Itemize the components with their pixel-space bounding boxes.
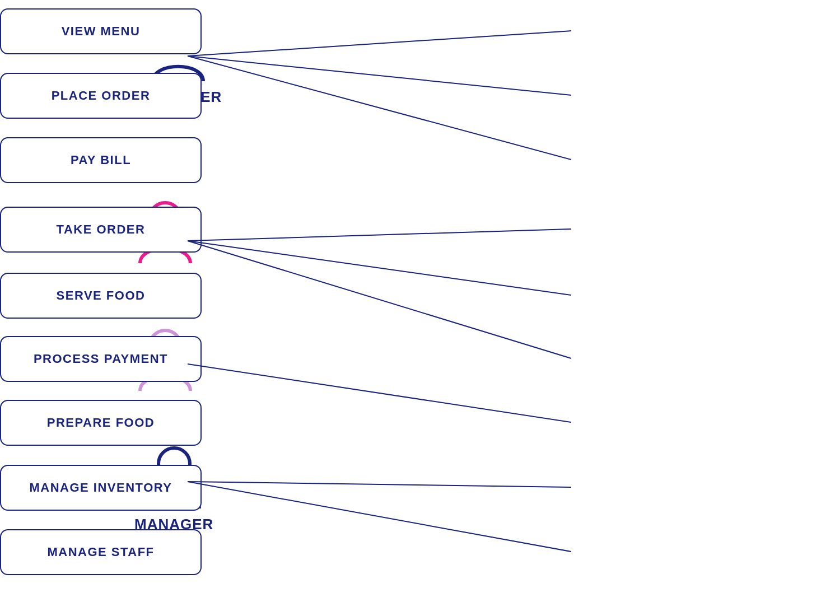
take-order-label: TAKE ORDER [57, 222, 146, 236]
usecase-pay-bill: PAY BILL [0, 137, 202, 183]
manage-staff-label: MANAGE STAFF [47, 545, 154, 559]
svg-line-9 [188, 241, 571, 358]
svg-line-4 [188, 31, 571, 56]
view-menu-label: VIEW MENU [62, 24, 141, 38]
svg-line-10 [188, 364, 571, 422]
svg-line-11 [188, 482, 571, 487]
process-payment-label: PROCESS PAYMENT [34, 352, 168, 366]
svg-line-8 [188, 241, 571, 295]
manage-inventory-label: MANAGE INVENTORY [29, 480, 172, 494]
place-order-label: PLACE ORDER [52, 88, 151, 102]
usecase-take-order: TAKE ORDER [0, 207, 202, 253]
svg-line-6 [188, 56, 571, 160]
usecase-prepare-food: PREPARE FOOD [0, 400, 202, 446]
usecase-view-menu: VIEW MENU [0, 8, 202, 54]
usecase-serve-food: SERVE FOOD [0, 273, 202, 319]
prepare-food-label: PREPARE FOOD [47, 416, 155, 430]
usecase-process-payment: PROCESS PAYMENT [0, 336, 202, 382]
serve-food-label: SERVE FOOD [57, 288, 146, 302]
svg-line-12 [188, 482, 571, 552]
usecase-place-order: PLACE ORDER [0, 73, 202, 119]
usecase-manage-inventory: MANAGE INVENTORY [0, 465, 202, 511]
pay-bill-label: PAY BILL [71, 153, 131, 167]
diagram-container: CUSTOMER WAITER CHEF MANAGER [0, 0, 840, 616]
usecase-manage-staff: MANAGE STAFF [0, 529, 202, 575]
svg-line-7 [188, 229, 571, 241]
svg-line-5 [188, 56, 571, 95]
